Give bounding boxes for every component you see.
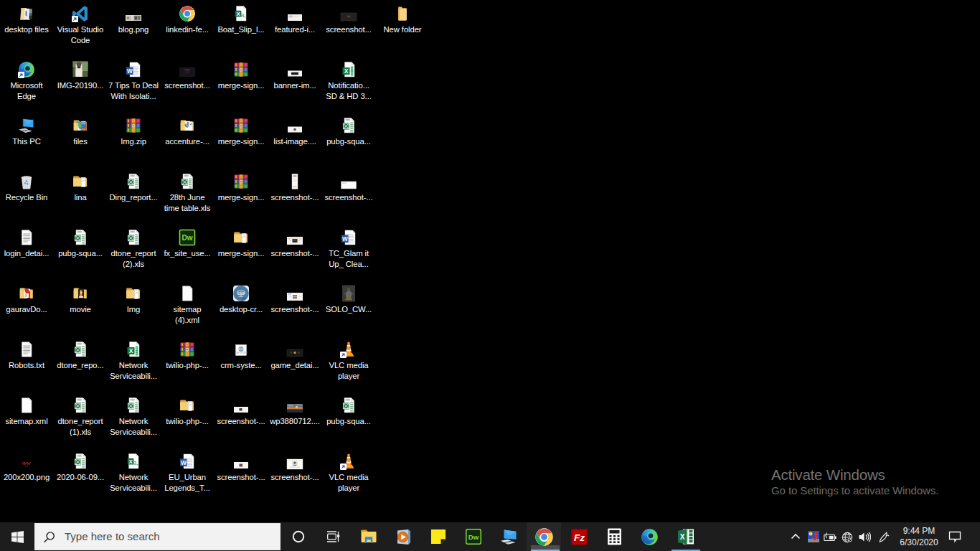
svg-text:X: X — [680, 533, 685, 541]
svg-text:Dw: Dw — [468, 533, 479, 541]
svg-text:Fz: Fz — [574, 532, 585, 543]
